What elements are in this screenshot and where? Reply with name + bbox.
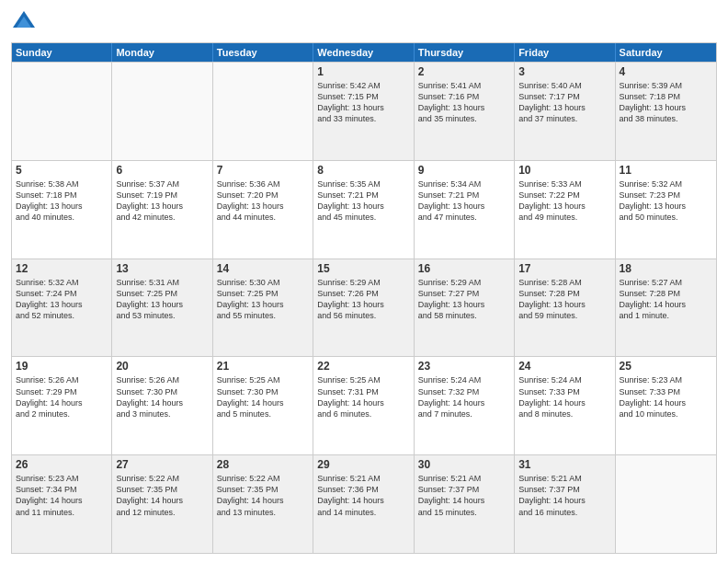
cell-info-line: Sunrise: 5:28 AM (518, 277, 610, 288)
logo (11, 9, 40, 35)
calendar-cell: 8Sunrise: 5:35 AMSunset: 7:21 PMDaylight… (313, 161, 414, 259)
cell-info-line: and 55 minutes. (217, 310, 309, 321)
cell-info-line: and 7 minutes. (418, 408, 510, 419)
day-number: 22 (317, 360, 409, 373)
cell-info-line: Sunset: 7:22 PM (518, 190, 610, 201)
day-number: 29 (317, 458, 409, 471)
cell-info-line: Sunset: 7:31 PM (317, 386, 409, 397)
calendar-cell: 31Sunrise: 5:21 AMSunset: 7:37 PMDayligh… (515, 455, 615, 553)
cell-info-line: and 14 minutes. (317, 507, 409, 518)
calendar-cell: 27Sunrise: 5:22 AMSunset: 7:35 PMDayligh… (112, 455, 212, 553)
day-number: 30 (418, 458, 510, 471)
cell-info-line: Daylight: 14 hours (620, 299, 712, 310)
cell-info-line: and 52 minutes. (16, 310, 108, 321)
day-number: 15 (317, 262, 409, 275)
cell-info-line: Daylight: 13 hours (317, 102, 409, 113)
calendar-cell: 2Sunrise: 5:41 AMSunset: 7:16 PMDaylight… (415, 63, 515, 160)
cell-info-line: Sunset: 7:20 PM (217, 190, 309, 201)
cell-info-line: Sunset: 7:27 PM (418, 288, 510, 299)
cell-info-line: Sunset: 7:34 PM (16, 484, 108, 495)
cell-info-line: Daylight: 14 hours (16, 397, 108, 408)
cell-info-line: Sunrise: 5:40 AM (518, 80, 610, 91)
weekday-header: Tuesday (213, 43, 313, 62)
cell-info-line: Sunset: 7:36 PM (317, 484, 409, 495)
cell-info-line: Daylight: 13 hours (418, 201, 510, 212)
calendar-cell: 24Sunrise: 5:24 AMSunset: 7:33 PMDayligh… (515, 357, 615, 454)
cell-info-line: and 1 minute. (620, 310, 712, 321)
cell-info-line: and 50 minutes. (620, 212, 712, 223)
cell-info-line: Sunrise: 5:37 AM (116, 178, 208, 190)
cell-info-line: Daylight: 13 hours (317, 201, 409, 212)
cell-info-line: Daylight: 13 hours (116, 201, 208, 212)
day-number: 9 (418, 164, 510, 177)
day-number: 11 (620, 164, 712, 177)
day-number: 16 (418, 262, 510, 275)
cell-info-line: Daylight: 13 hours (116, 299, 208, 310)
cell-info-line: Sunrise: 5:38 AM (16, 178, 108, 190)
cell-info-line: Sunset: 7:35 PM (116, 484, 208, 495)
cell-info-line: Sunset: 7:30 PM (217, 386, 309, 397)
cell-info-line: Sunrise: 5:23 AM (16, 473, 108, 484)
cell-info-line: Sunset: 7:28 PM (518, 288, 610, 299)
cell-info-line: Sunrise: 5:23 AM (620, 374, 712, 385)
cell-info-line: Sunrise: 5:33 AM (518, 178, 610, 190)
cell-info-line: Daylight: 14 hours (418, 495, 510, 506)
calendar-cell: 22Sunrise: 5:25 AMSunset: 7:31 PMDayligh… (313, 357, 414, 454)
calendar-row: 1Sunrise: 5:42 AMSunset: 7:15 PMDaylight… (12, 62, 716, 160)
calendar-cell: 18Sunrise: 5:27 AMSunset: 7:28 PMDayligh… (616, 259, 716, 357)
cell-info-line: Daylight: 13 hours (418, 299, 510, 310)
cell-info-line: Daylight: 14 hours (217, 397, 309, 408)
calendar-cell: 12Sunrise: 5:32 AMSunset: 7:24 PMDayligh… (12, 259, 112, 357)
weekday-header: Saturday (616, 43, 716, 62)
calendar-cell: 7Sunrise: 5:36 AMSunset: 7:20 PMDaylight… (213, 161, 313, 259)
cell-info-line: Sunrise: 5:31 AM (116, 277, 208, 288)
day-number: 4 (620, 65, 712, 78)
cell-info-line: Sunrise: 5:27 AM (620, 277, 712, 288)
calendar-cell: 6Sunrise: 5:37 AMSunset: 7:19 PMDaylight… (112, 161, 212, 259)
calendar-header: SundayMondayTuesdayWednesdayThursdayFrid… (12, 43, 716, 62)
cell-info-line: and 3 minutes. (116, 408, 208, 419)
cell-info-line: Daylight: 13 hours (418, 102, 510, 113)
cell-info-line: and 15 minutes. (418, 507, 510, 518)
day-number: 5 (16, 164, 108, 177)
cell-info-line: Sunset: 7:35 PM (217, 484, 309, 495)
day-number: 23 (418, 360, 510, 373)
cell-info-line: Daylight: 13 hours (217, 201, 309, 212)
cell-info-line: Sunrise: 5:29 AM (418, 277, 510, 288)
cell-info-line: Sunrise: 5:35 AM (317, 178, 409, 190)
day-number: 20 (116, 360, 208, 373)
day-number: 7 (217, 164, 309, 177)
calendar-cell: 25Sunrise: 5:23 AMSunset: 7:33 PMDayligh… (616, 357, 716, 454)
calendar-cell: 28Sunrise: 5:22 AMSunset: 7:35 PMDayligh… (213, 455, 313, 553)
cell-info-line: and 33 minutes. (317, 113, 409, 124)
calendar-row: 19Sunrise: 5:26 AMSunset: 7:29 PMDayligh… (12, 356, 716, 454)
cell-info-line: and 10 minutes. (620, 408, 712, 419)
calendar-cell: 10Sunrise: 5:33 AMSunset: 7:22 PMDayligh… (515, 161, 615, 259)
day-number: 28 (217, 458, 309, 471)
calendar-row: 26Sunrise: 5:23 AMSunset: 7:34 PMDayligh… (12, 454, 716, 553)
cell-info-line: Daylight: 13 hours (16, 201, 108, 212)
day-number: 26 (16, 458, 108, 471)
cell-info-line: Sunset: 7:25 PM (217, 288, 309, 299)
calendar-cell: 21Sunrise: 5:25 AMSunset: 7:30 PMDayligh… (213, 357, 313, 454)
calendar-cell: 20Sunrise: 5:26 AMSunset: 7:30 PMDayligh… (112, 357, 212, 454)
cell-info-line: and 49 minutes. (518, 212, 610, 223)
cell-info-line: Sunset: 7:21 PM (418, 190, 510, 201)
cell-info-line: and 47 minutes. (418, 212, 510, 223)
cell-info-line: Sunset: 7:16 PM (418, 91, 510, 102)
cell-info-line: Sunset: 7:21 PM (317, 190, 409, 201)
day-number: 2 (418, 65, 510, 78)
weekday-header: Sunday (12, 43, 112, 62)
calendar-body: 1Sunrise: 5:42 AMSunset: 7:15 PMDaylight… (12, 62, 716, 553)
cell-info-line: Sunrise: 5:21 AM (317, 473, 409, 484)
cell-info-line: Sunrise: 5:25 AM (217, 374, 309, 385)
calendar-row: 12Sunrise: 5:32 AMSunset: 7:24 PMDayligh… (12, 259, 716, 357)
calendar-cell: 19Sunrise: 5:26 AMSunset: 7:29 PMDayligh… (12, 357, 112, 454)
cell-info-line: and 53 minutes. (116, 310, 208, 321)
cell-info-line: Sunrise: 5:42 AM (317, 80, 409, 91)
cell-info-line: and 11 minutes. (16, 507, 108, 518)
calendar-cell: 17Sunrise: 5:28 AMSunset: 7:28 PMDayligh… (515, 259, 615, 357)
calendar-cell: 1Sunrise: 5:42 AMSunset: 7:15 PMDaylight… (313, 63, 414, 160)
day-number: 6 (116, 164, 208, 177)
calendar-cell: 3Sunrise: 5:40 AMSunset: 7:17 PMDaylight… (515, 63, 615, 160)
